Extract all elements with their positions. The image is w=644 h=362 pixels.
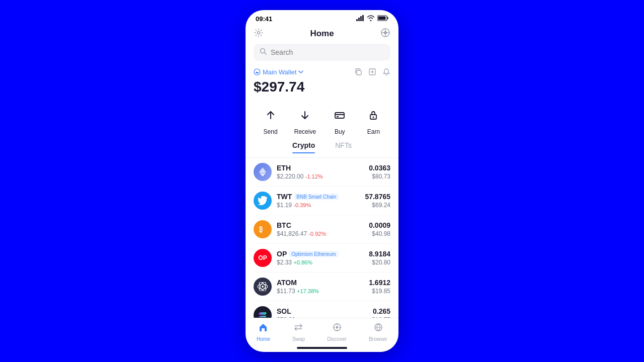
svg-rect-1 [358, 18, 360, 21]
btc-value: 0.0009 $40.98 [369, 221, 390, 237]
twt-value: 57.8765 $69.24 [365, 193, 390, 209]
receive-button[interactable]: Receive [294, 105, 316, 135]
crypto-list: ETH $2,220.00 -1.12% 0.0363 $80.73 [246, 158, 398, 318]
wallet-connect-button[interactable] [380, 28, 390, 40]
op-value: 8.9184 $20.80 [369, 250, 390, 266]
content-tabs: Crypto NFTs [246, 141, 398, 158]
wifi-icon [367, 15, 375, 23]
op-info: OP Optimism Ethereum $2.33 +0.86% [277, 250, 364, 266]
list-item[interactable]: ETH $2,220.00 -1.12% 0.0363 $80.73 [254, 158, 390, 187]
atom-logo [254, 278, 272, 296]
home-indicator [246, 344, 398, 352]
send-button[interactable]: Send [261, 105, 281, 135]
svg-rect-5 [387, 17, 388, 20]
wallet-header: Main Wallet [254, 68, 390, 78]
receive-icon [295, 105, 315, 125]
svg-line-15 [265, 53, 267, 55]
action-buttons: Send Receive Buy [246, 101, 398, 141]
svg-rect-31 [262, 328, 265, 331]
twt-info: TWT BNB Smart Chain $1.19 -0.39% [277, 193, 360, 209]
earn-icon [363, 105, 383, 125]
op-logo: OP [254, 249, 272, 267]
page-title: Home [310, 29, 334, 39]
list-item[interactable]: SOL $70.83 +2.42% 0.265 $18.77 [254, 301, 390, 318]
wallet-section: Main Wallet [246, 66, 398, 101]
btc-info: BTC $41,826.47 -0.92% [277, 221, 364, 237]
btc-logo: ₿ [254, 220, 272, 238]
nav-discover[interactable]: Discover [327, 322, 347, 342]
twt-logo [254, 192, 272, 210]
sol-logo [254, 306, 272, 318]
copy-button[interactable] [354, 68, 362, 78]
svg-rect-2 [360, 16, 362, 21]
home-icon [258, 322, 268, 335]
atom-value: 1.6912 $19.85 [369, 279, 390, 295]
bottom-nav: Home Swap Discover [246, 318, 398, 344]
tab-nfts[interactable]: NFTs [335, 141, 352, 153]
status-bar: 09:41 [246, 10, 398, 26]
status-icons [356, 15, 388, 23]
battery-icon [377, 15, 388, 23]
wallet-label[interactable]: Main Wallet [254, 68, 303, 76]
nav-swap[interactable]: Swap [292, 322, 305, 342]
svg-rect-6 [378, 17, 386, 20]
svg-point-7 [258, 32, 260, 34]
list-item[interactable]: OP OP Optimism Ethereum $2.33 +0.86% 8.9… [254, 244, 390, 273]
svg-rect-17 [357, 70, 361, 75]
wallet-action-icons [354, 68, 390, 78]
nav-swap-label: Swap [292, 336, 305, 342]
nav-discover-label: Discover [327, 336, 347, 342]
nav-home-label: Home [257, 336, 270, 342]
swap-icon [293, 322, 303, 335]
svg-point-30 [262, 286, 264, 288]
svg-rect-3 [362, 15, 364, 21]
svg-point-33 [336, 326, 338, 329]
svg-text:₿: ₿ [259, 225, 263, 233]
buy-button[interactable]: Buy [330, 105, 350, 135]
expand-button[interactable] [368, 68, 376, 78]
svg-rect-0 [356, 19, 358, 21]
atom-info: ATOM $11.73 +17.38% [277, 279, 364, 295]
search-bar[interactable] [254, 44, 390, 61]
eth-value: 0.0363 $80.73 [369, 164, 390, 180]
search-input[interactable] [271, 48, 384, 56]
home-bar [297, 347, 347, 349]
wallet-balance: $297.74 [254, 79, 390, 95]
list-item[interactable]: TWT BNB Smart Chain $1.19 -0.39% 57.8765… [254, 187, 390, 215]
bell-button[interactable] [382, 68, 390, 78]
nav-browser-label: Browser [369, 336, 387, 342]
app-header: Home [246, 26, 398, 44]
eth-info: ETH $2,220.00 -1.12% [277, 164, 364, 180]
svg-marker-24 [259, 167, 266, 173]
tab-crypto[interactable]: Crypto [292, 141, 315, 153]
sol-value: 0.265 $18.77 [372, 307, 390, 318]
send-icon [261, 105, 281, 125]
discover-icon [332, 322, 342, 335]
status-time: 09:41 [256, 15, 272, 23]
phone-frame: 09:41 [246, 10, 398, 352]
nav-browser[interactable]: Browser [369, 322, 387, 342]
eth-logo [254, 163, 272, 181]
svg-point-9 [384, 31, 387, 34]
buy-icon [330, 105, 350, 125]
svg-rect-21 [337, 116, 339, 117]
search-icon [260, 48, 267, 57]
browser-icon [373, 322, 383, 335]
settings-button[interactable] [254, 28, 264, 40]
signal-icon [356, 15, 364, 23]
earn-button[interactable]: Earn [363, 105, 383, 135]
svg-point-23 [373, 117, 374, 118]
sol-info: SOL $70.83 +2.42% [277, 307, 367, 318]
nav-home[interactable]: Home [257, 322, 270, 342]
list-item[interactable]: ATOM $11.73 +17.38% 1.6912 $19.85 [254, 273, 390, 301]
list-item[interactable]: ₿ BTC $41,826.47 -0.92% 0.0009 $40.98 [254, 215, 390, 244]
svg-rect-19 [335, 113, 344, 118]
